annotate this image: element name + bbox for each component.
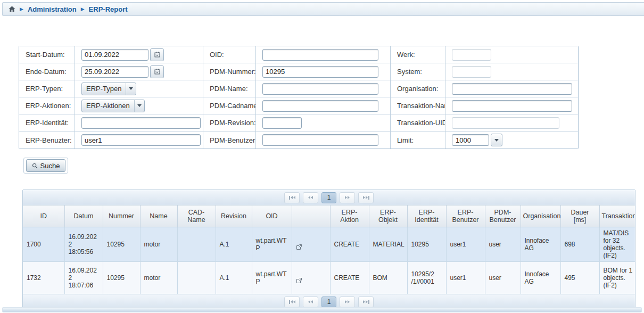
field-transaktion-name	[445, 97, 578, 114]
field-erp-identitaet	[75, 114, 203, 131]
col-header-organisation: Organisation	[521, 205, 560, 227]
start-datum-input[interactable]	[81, 49, 148, 61]
current-page-button[interactable]: 1	[321, 296, 336, 308]
first-page-button[interactable]	[284, 296, 300, 308]
breadcrumb-erp-report[interactable]: ERP-Report	[89, 5, 128, 13]
pdm-nummer-input[interactable]	[262, 66, 378, 78]
first-page-button[interactable]	[284, 192, 300, 203]
pdm-cadname-input[interactable]	[262, 100, 378, 112]
label-pdm-benutzer: PDM-Benutzer:	[203, 131, 256, 149]
prev-page-button[interactable]	[303, 296, 318, 308]
cell-erp-aktion: CREATE	[330, 261, 369, 294]
erp-typen-dropdown[interactable]: ERP-Typen	[81, 83, 136, 95]
erp-benutzer-input[interactable]	[81, 134, 201, 146]
search-button-label: Suche	[40, 162, 60, 170]
cell-erp-objekt: MATERIAL	[369, 227, 407, 261]
filter-panel: Start-Datum: OID: Werk: Ende-Datum: PDM-…	[19, 46, 579, 149]
label-system: System:	[391, 63, 445, 80]
transaktion-uid-input[interactable]	[452, 117, 559, 129]
label-erp-benutzer: ERP-Benuzter:	[19, 131, 75, 149]
label-erp-identitaet: ERP-Identität:	[19, 114, 75, 131]
cell-erp-objekt: BOM	[369, 261, 407, 294]
field-transaktion-uid	[445, 114, 578, 131]
pdm-benutzer-input[interactable]	[262, 134, 378, 146]
col-header-link	[292, 205, 330, 227]
field-werk	[445, 46, 578, 63]
external-link-icon[interactable]	[296, 244, 302, 250]
field-erp-benutzer	[75, 131, 203, 149]
field-organisation	[445, 80, 578, 97]
cell-revision: A.1	[216, 261, 252, 294]
erp-aktionen-dropdown[interactable]: ERP-Aktionen	[81, 100, 145, 112]
field-pdm-revision	[256, 114, 391, 131]
limit-dropdown-arrow[interactable]	[491, 134, 502, 146]
cell-nummer: 10295	[103, 261, 140, 294]
external-link-icon[interactable]	[296, 277, 302, 284]
col-header-dauer: Dauer [ms]	[560, 205, 599, 227]
breadcrumb: ▶ Administration ▶ ERP-Report	[2, 2, 644, 16]
cell-erp-identitaet: 10295	[407, 227, 446, 261]
cell-erp-benutzer: user1	[446, 227, 485, 261]
footer-bar	[2, 307, 642, 312]
cell-transaktion: MAT/DIS for 32 objects. (IF2)	[599, 227, 635, 261]
calendar-icon[interactable]	[150, 48, 164, 61]
label-pdm-nummer: PDM-Nummer:	[203, 63, 256, 80]
cell-oid: wt.part.WTP	[252, 261, 292, 294]
breadcrumb-arrow-icon: ▶	[81, 7, 85, 12]
label-oid: OID:	[203, 46, 256, 63]
col-header-id: ID	[23, 205, 64, 227]
label-pdm-name: PDM-Name:	[203, 80, 256, 97]
cell-link	[292, 261, 330, 294]
col-header-transaktion: Transaktion	[599, 205, 635, 227]
pdm-revision-input[interactable]	[262, 117, 302, 129]
next-page-button[interactable]	[340, 296, 355, 308]
breadcrumb-administration[interactable]: Administration	[28, 5, 77, 13]
chevron-down-icon	[134, 100, 144, 112]
next-page-button[interactable]	[340, 192, 355, 203]
field-oid	[256, 46, 391, 63]
last-page-button[interactable]	[358, 192, 374, 203]
col-header-erp-identitaet: ERP- Identität	[407, 205, 446, 227]
last-page-button[interactable]	[358, 296, 374, 308]
search-button[interactable]: Suche	[26, 159, 66, 172]
erp-identitaet-input[interactable]	[81, 117, 201, 129]
cell-name: motor	[140, 261, 177, 294]
label-limit: Limit:	[391, 131, 445, 149]
table-row[interactable]: 1732 16.09.2022 18:07:06 10295 motor A.1…	[23, 261, 635, 294]
cell-nummer: 10295	[103, 227, 140, 261]
organisation-input[interactable]	[452, 83, 572, 95]
transaktion-name-input[interactable]	[452, 100, 572, 112]
cell-organisation: Innoface AG	[521, 261, 560, 294]
label-werk: Werk:	[391, 46, 445, 63]
cell-datum: 16.09.2022 18:07:06	[64, 261, 103, 294]
cell-cad-name	[177, 261, 216, 294]
home-icon[interactable]	[9, 6, 15, 12]
cell-erp-benutzer: user1	[446, 261, 485, 294]
system-input[interactable]	[452, 66, 491, 78]
pager-top: 1	[23, 190, 635, 205]
werk-input[interactable]	[452, 49, 491, 61]
col-header-name: Name	[140, 205, 177, 227]
ende-datum-input[interactable]	[81, 66, 148, 78]
col-header-pdm-benutzer: PDM- Benutzer	[485, 205, 521, 227]
col-header-cad-name: CAD- Name	[177, 205, 216, 227]
cell-revision: A.1	[216, 227, 252, 261]
cell-erp-identitaet: 10295/2 /1//0001	[407, 261, 446, 294]
field-start-datum	[75, 46, 203, 63]
label-start-datum: Start-Datum:	[19, 46, 75, 63]
label-transaktion-uid: Transaktion-UID:	[391, 114, 445, 131]
cell-erp-aktion: CREATE	[330, 227, 369, 261]
pdm-name-input[interactable]	[262, 83, 378, 95]
limit-value[interactable]: 1000	[452, 134, 489, 146]
field-erp-aktionen: ERP-Aktionen	[75, 97, 203, 114]
label-erp-typen: ERP-Typen:	[19, 80, 75, 97]
calendar-icon[interactable]	[150, 65, 164, 78]
search-toolbar: Suche	[23, 158, 68, 174]
current-page-button[interactable]: 1	[321, 192, 336, 203]
prev-page-button[interactable]	[303, 192, 318, 203]
field-ende-datum	[75, 63, 203, 80]
oid-input[interactable]	[262, 49, 378, 61]
table-row[interactable]: 1700 16.09.2022 18:05:56 10295 motor A.1…	[23, 227, 635, 261]
cell-link	[292, 227, 330, 261]
cell-dauer: 495	[560, 261, 599, 294]
